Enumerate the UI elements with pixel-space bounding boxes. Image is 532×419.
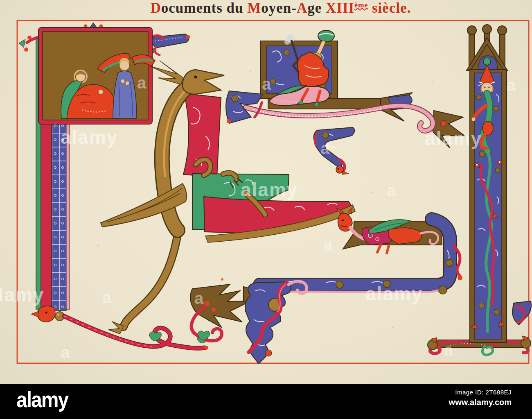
illumination-artwork [0, 0, 532, 384]
p-panel [38, 27, 155, 124]
footer-bar: alamy Image ID: 2T688EJ www.alamy.com [0, 384, 532, 419]
alamy-logo: alamy [16, 387, 68, 412]
green-disc [318, 30, 334, 42]
dragon-tail [124, 229, 178, 327]
website-url: www.alamy.com [449, 398, 512, 407]
artwork-photo: Documents du Moyen-Age XIIIème siècle. a… [0, 0, 532, 384]
title-segment: ème [354, 1, 368, 9]
title-segment: du [227, 0, 248, 16]
thorn-cluster-right [433, 111, 465, 148]
bottom-thorn-ornament [190, 281, 307, 364]
floating-thorn-ornament [314, 127, 355, 174]
title-segment: M [247, 0, 261, 16]
title-segment: A [297, 0, 307, 16]
bird-tail-body [389, 228, 422, 244]
dragon-head [183, 70, 224, 94]
tower-bar-initial [428, 25, 531, 355]
plate-title: Documents du Moyen-Age XIIIème siècle. [15, 0, 532, 16]
stock-photo-page: Documents du Moyen-Age XIIIème siècle. a… [0, 0, 532, 419]
title-segment: ocuments [161, 0, 227, 16]
title-segment: ge [307, 0, 326, 16]
title-segment: oyen- [261, 0, 297, 16]
pink-ribbon [246, 106, 446, 131]
image-id: Image ID: 2T688EJ [449, 389, 512, 396]
title-segment: D [151, 0, 161, 16]
dragon-crest [151, 61, 183, 84]
title-segment: siècle. [368, 0, 411, 16]
red-filigree-panel [183, 93, 221, 177]
bird-head [336, 166, 343, 173]
title-segment: XIII [326, 0, 354, 16]
